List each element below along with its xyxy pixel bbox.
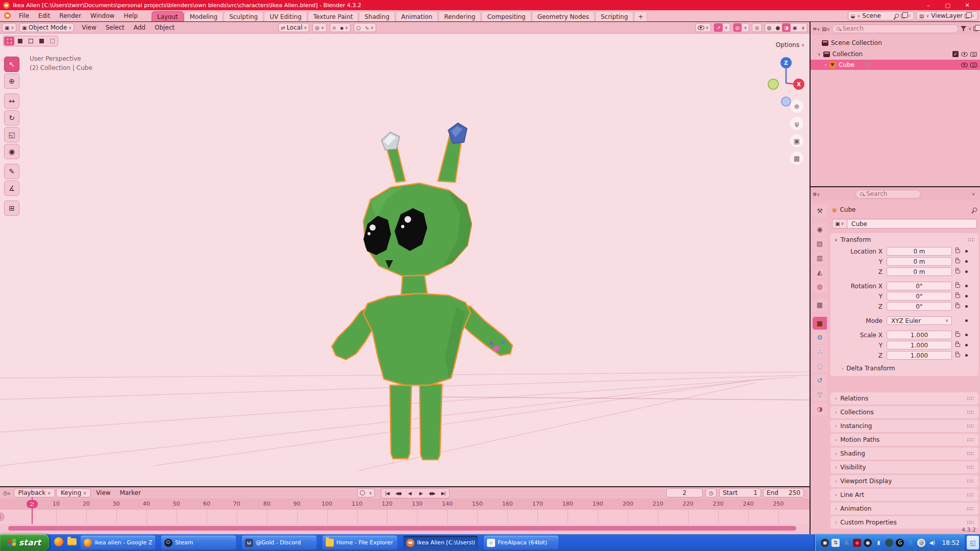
location-x-field[interactable]: 0 m: [887, 247, 952, 256]
move-tool[interactable]: ↔: [4, 93, 19, 109]
tab-rendering[interactable]: Rendering: [438, 11, 481, 21]
obs-icon[interactable]: @: [917, 539, 925, 547]
new-viewlayer-icon[interactable]: [965, 14, 969, 18]
select-mode-intersect[interactable]: [47, 37, 57, 45]
outliner-row-collection[interactable]: ∨ Collection: [811, 49, 980, 59]
shading-dropdown[interactable]: ∨: [799, 23, 807, 32]
editor-type-button[interactable]: ▣∨: [2, 23, 16, 32]
overlays-toggle[interactable]: ◎: [733, 23, 742, 32]
properties-editor-icon[interactable]: ≣∨: [813, 191, 820, 197]
proportional-editing-toggle[interactable]: ○: [354, 23, 363, 32]
panel-line-art[interactable]: ›Line Art: [830, 489, 978, 501]
panel-animation[interactable]: ›Animation: [830, 503, 978, 515]
scale-y-lock-icon[interactable]: [955, 343, 960, 347]
blender-menu-icon[interactable]: [4, 12, 11, 19]
viewlayer-selector[interactable]: ▤∨ ViewLayer ✕: [916, 11, 978, 20]
tab-scripting[interactable]: Scripting: [595, 11, 633, 21]
xray-toggle[interactable]: ▣: [752, 23, 762, 32]
menu-help[interactable]: Help: [119, 10, 142, 21]
tab-layout[interactable]: Layout: [152, 11, 184, 21]
rotation-mode-animate-dot[interactable]: [965, 319, 968, 322]
tab-compositing[interactable]: Compositing: [481, 11, 531, 21]
location-z-animate-dot[interactable]: [965, 270, 968, 273]
gizmos-toggle[interactable]: ↗: [714, 23, 722, 32]
filter-id-dropdown[interactable]: ▤∨: [822, 26, 829, 32]
scene-name[interactable]: Scene: [862, 12, 893, 19]
pin-icon[interactable]: [972, 207, 977, 212]
amd-icon[interactable]: ◆: [853, 539, 861, 547]
add-cube-tool[interactable]: ⊞: [4, 201, 19, 216]
camera-view-button[interactable]: ▣: [790, 134, 803, 147]
gseries-icon[interactable]: G: [896, 539, 904, 547]
rotation-y-lock-icon[interactable]: [955, 294, 960, 298]
gizmos-dropdown[interactable]: ∨: [723, 23, 730, 32]
transform-tool[interactable]: ◉: [4, 144, 19, 159]
tab-render[interactable]: ◉: [813, 223, 827, 236]
panel-custom-properties[interactable]: ›Custom Properties: [830, 516, 978, 529]
tab-view-layer[interactable]: ▥: [813, 252, 827, 264]
tab-physics[interactable]: ◌: [813, 360, 827, 372]
use-preview-range-button[interactable]: ◷: [705, 488, 717, 497]
overlays-dropdown[interactable]: ∨: [742, 23, 749, 32]
power-icon[interactable]: ◉: [821, 539, 829, 547]
select-mode-extend[interactable]: [15, 37, 25, 45]
tab-sculpting[interactable]: Sculpting: [224, 11, 263, 21]
outliner-search-input[interactable]: Search: [832, 24, 959, 33]
tab-constraints[interactable]: ↺: [813, 374, 827, 387]
scale-x-lock-icon[interactable]: [955, 333, 960, 337]
disable-in-renders-icon[interactable]: [970, 63, 977, 67]
perspective-toggle-button[interactable]: ▦: [790, 152, 803, 165]
tab-world[interactable]: ◍: [813, 280, 827, 293]
3d-viewport[interactable]: ▣∨ ▣Object Mode∨ ViewSelectAddObject ⇄Lo…: [0, 22, 810, 486]
select-mode-invert[interactable]: [36, 37, 46, 45]
tab-texture-paint[interactable]: Texture Paint: [308, 11, 358, 21]
rotation-x-animate-dot[interactable]: [965, 285, 968, 287]
tab-object-data[interactable]: ▽: [813, 388, 827, 401]
proportional-falloff-dropdown[interactable]: ∿∨: [363, 23, 376, 32]
scale-y-field[interactable]: 1.000: [887, 341, 952, 349]
location-y-field[interactable]: 0 m: [887, 257, 952, 266]
status-icon[interactable]: [885, 539, 893, 547]
panel-instancing[interactable]: ›Instancing: [830, 420, 978, 432]
rotate-tool[interactable]: ↻: [4, 110, 19, 126]
panel-motion-paths[interactable]: ›Motion Paths: [830, 434, 978, 446]
rotation-y-animate-dot[interactable]: [965, 295, 968, 297]
pin-icon[interactable]: [894, 13, 900, 18]
mode-dropdown[interactable]: ▣Object Mode∨: [19, 23, 74, 32]
panel-delta-transform[interactable]: › Delta Transform: [830, 361, 978, 373]
location-x-lock-icon[interactable]: [955, 249, 960, 253]
show-desktop-button[interactable]: ◱: [967, 536, 979, 549]
task-gold-discord[interactable]: ω@Gold - Discord: [242, 536, 316, 549]
scale-y-animate-dot[interactable]: [965, 344, 968, 346]
timeline-menu-view[interactable]: View: [92, 488, 114, 497]
viewport-menu-add[interactable]: Add: [129, 22, 150, 33]
tab-uv-editing[interactable]: UV Editing: [264, 11, 307, 21]
security-warning-icon[interactable]: ⚠: [842, 539, 850, 547]
chevron-expanded-icon[interactable]: ∨: [818, 52, 821, 57]
delete-viewlayer-icon[interactable]: ✕: [971, 14, 975, 18]
delete-scene-icon[interactable]: ✕: [908, 14, 911, 18]
material-preview-shading-button[interactable]: ◑: [782, 23, 791, 32]
disable-in-renders-icon[interactable]: [970, 52, 977, 57]
panel-viewport-display[interactable]: ›Viewport Display: [830, 475, 978, 487]
hide-in-viewport-icon[interactable]: [961, 52, 968, 57]
rotation-mode-field[interactable]: XYZ Euler∨: [887, 316, 952, 325]
bluetooth-icon[interactable]: B: [906, 539, 915, 547]
hide-in-viewport-icon[interactable]: [961, 63, 968, 67]
microphone-icon[interactable]: ▮: [874, 539, 883, 547]
scale-z-animate-dot[interactable]: [965, 354, 968, 357]
select-mode-set[interactable]: [4, 37, 14, 45]
timeline-menu-playback[interactable]: Playback∨: [14, 488, 55, 497]
viewport-menu-object[interactable]: Object: [150, 22, 179, 33]
scale-x-field[interactable]: 1.000: [887, 331, 952, 339]
properties-options-dropdown[interactable]: ∨: [972, 192, 975, 196]
next-keyframe-button[interactable]: ◆▶: [427, 489, 437, 497]
task-steam[interactable]: Steam: [161, 536, 236, 549]
timeline-menu-keying[interactable]: Keying∨: [56, 488, 91, 497]
location-y-lock-icon[interactable]: [955, 260, 960, 263]
options-dropdown[interactable]: Options∨: [776, 41, 804, 48]
tab-shading[interactable]: Shading: [359, 11, 395, 21]
tab-particles[interactable]: ∴: [813, 345, 827, 358]
firefox-quicklaunch-icon[interactable]: [54, 537, 63, 546]
play-forward-button[interactable]: ▶: [415, 489, 426, 497]
